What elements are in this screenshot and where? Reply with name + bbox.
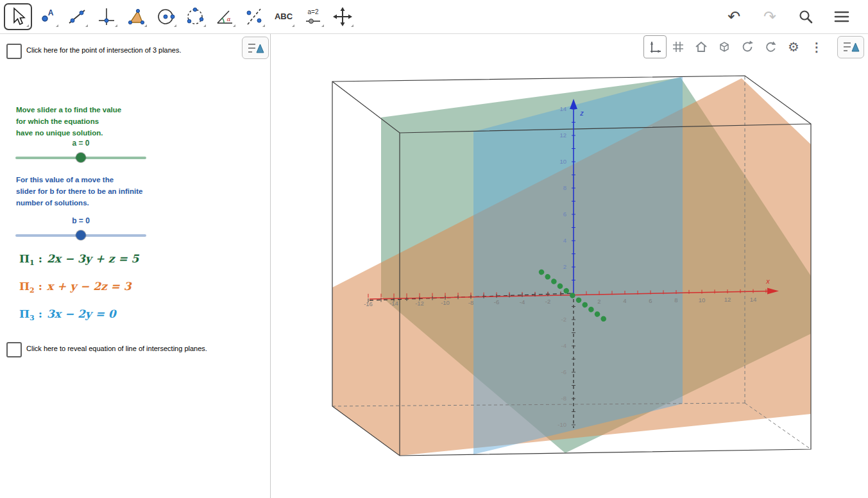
view-settings-button[interactable]: ⚙ [782,35,805,58]
svg-text:2: 2 [597,298,600,305]
view-axes-button[interactable] [643,35,667,58]
intersection-checkbox[interactable] [6,44,22,59]
main-toolbar: A [0,0,868,34]
equation-pi2-body: x + y − 2z = 3 [47,280,132,293]
polygon-icon [125,6,147,28]
svg-text:12: 12 [724,296,731,303]
svg-text:10: 10 [559,158,566,165]
instruction-a-line2: for which the equations [16,116,121,127]
tool-slider[interactable]: a=2 [299,3,327,30]
tool-move[interactable] [4,3,32,30]
svg-text:a=2: a=2 [308,8,319,15]
svg-text:-8: -8 [468,299,473,306]
tool-conic-through-points[interactable] [181,3,209,30]
more-vertical-icon: ⋮ [811,41,823,53]
instruction-b-line3: number of solutions. [16,197,142,209]
tool-point[interactable]: A [33,3,62,30]
angle-icon: α [214,6,235,28]
svg-text:14: 14 [559,105,566,112]
view-grid-button[interactable] [667,35,690,58]
tool-move-view[interactable] [328,3,357,30]
search-icon [797,8,814,25]
restore-view-icon [763,39,778,55]
line-icon [66,6,88,28]
tool-text[interactable]: ABC [269,3,298,30]
tool-circle-center-point[interactable] [151,3,180,30]
instruction-b-line2: slider for b for there to be an infinite [16,185,142,197]
equation-pi2: Π2:x + y − 2z = 3 [19,280,132,295]
svg-text:12: 12 [559,132,566,139]
sidebar-stylebar-button[interactable] [242,37,269,59]
slider-b[interactable] [15,230,146,241]
slider-b-knob[interactable] [76,230,86,240]
tool-perpendicular-line[interactable] [92,3,121,30]
svg-text:-2: -2 [545,298,550,305]
svg-text:8: 8 [674,296,677,304]
equation-pi3: Π3:3x − 2y = 0 [19,307,116,322]
tool-line[interactable] [63,3,91,30]
equation-pi3-name: Π3 [19,307,35,320]
instruction-b-line1: For this value of a move the [16,174,142,185]
cursor-icon [7,6,29,28]
svg-text:2: 2 [563,263,566,270]
home-icon [694,39,709,55]
svg-text:4: 4 [563,237,566,244]
equation-pi2-name: Π2 [19,280,35,293]
equation-pi3-body: 3x − 2y = 0 [47,307,116,320]
intersection-checkbox-row: Click here for the point of intersection… [6,44,244,59]
tool-group: A [0,3,357,30]
slider-a[interactable] [15,152,146,164]
undo-button[interactable]: ↶ [724,7,744,26]
line-checkbox-label[interactable]: Click here to reveal equation of line of… [26,342,207,352]
view-more-button[interactable]: ⋮ [805,35,828,58]
svg-text:-10: -10 [441,299,450,306]
3d-scene[interactable]: -16-14-12-10-8-6-4-224681012142468101214… [271,33,868,498]
view-home-button[interactable] [690,35,713,58]
svg-text:-14: -14 [389,300,398,307]
view-rotate-button[interactable] [736,35,759,58]
svg-text:A: A [48,8,54,17]
sidebar: Click here for the point of intersection… [0,33,270,498]
svg-text:6: 6 [649,297,652,304]
circle-center-icon [155,6,176,28]
stylebar-icon [842,40,860,53]
view-stylebar-button[interactable] [837,36,864,58]
intersection-checkbox-label[interactable]: Click here for the point of intersection… [26,44,182,54]
plane-pi3[interactable] [473,76,683,454]
graphics-3d-view: ⚙ ⋮ [271,33,868,498]
line-checkbox[interactable] [6,342,22,357]
axes-icon [647,39,663,55]
svg-text:-4: -4 [520,298,525,305]
rotate-view-icon [740,39,755,55]
svg-text:-10: -10 [557,421,566,428]
search-button[interactable] [796,7,815,26]
text-icon: ABC [273,6,294,28]
view-restore-button[interactable] [759,35,782,58]
svg-text:α: α [226,16,231,22]
tool-reflect[interactable] [240,3,268,30]
svg-text:z: z [579,109,584,117]
instruction-a: Move slider a to find the value for whic… [16,104,121,139]
redo-button[interactable]: ↷ [760,7,779,26]
svg-text:-12: -12 [415,300,424,307]
hamburger-icon [833,8,850,25]
slider-a-label: a = 0 [15,139,146,148]
svg-text:-2: -2 [561,316,566,323]
svg-text:ABC: ABC [275,12,293,21]
menu-button[interactable] [832,7,851,26]
equation-pi1-name: Π1 [19,252,35,265]
equation-pi1-body: 2x − 3y + z = 5 [47,252,139,265]
instruction-a-line3: have no unique solution. [16,127,121,139]
svg-text:14: 14 [750,296,757,303]
svg-text:-16: -16 [364,300,373,307]
tool-polygon[interactable] [122,3,150,30]
gear-icon: ⚙ [788,40,799,53]
point-icon: A [37,6,58,28]
conic-icon [184,6,206,28]
slider-a-knob[interactable] [76,153,86,162]
instruction-b: For this value of a move the slider for … [16,174,142,209]
svg-text:-6: -6 [494,298,499,305]
svg-text:6: 6 [563,210,566,218]
view-cube-button[interactable] [713,35,736,58]
tool-angle[interactable]: α [210,3,239,30]
